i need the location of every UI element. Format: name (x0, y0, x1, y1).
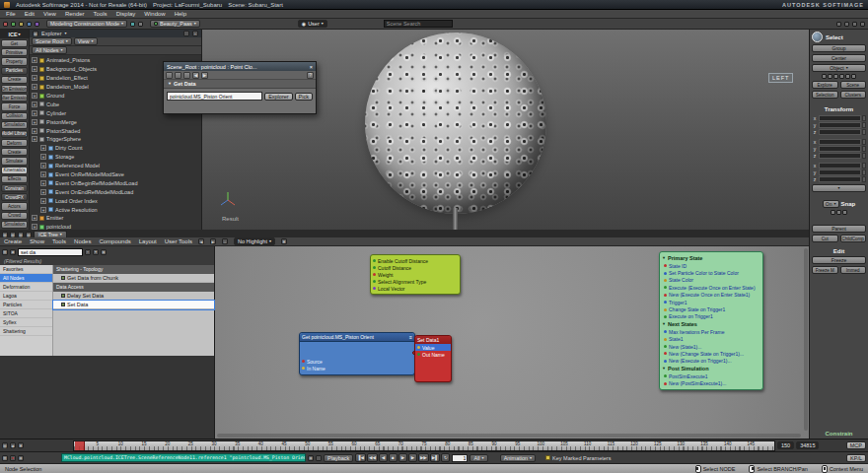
expander-icon[interactable]: + (32, 84, 37, 90)
align-port-row[interactable]: Local Vector (373, 285, 458, 292)
transform-value-field[interactable] (819, 176, 861, 182)
menu-view[interactable]: View (43, 11, 56, 17)
snap-point-icon[interactable] (831, 210, 835, 215)
ice-toolbar-header[interactable]: ICE ▾ (0, 30, 29, 38)
align-port-row[interactable]: Select Alignment Type (373, 278, 458, 285)
layout-icon[interactable]: ▦ (26, 232, 32, 237)
timeline-settings-icon[interactable]: ✱ (18, 442, 24, 448)
prev-keyframe-button[interactable]: ◀◀ (367, 453, 378, 462)
icetree-menu-nodes[interactable]: Nodes (74, 238, 91, 244)
explorer-item-emitter[interactable]: +Emitter (30, 214, 201, 223)
render-pass-dropdown[interactable]: Beauty_Paas ▾ (150, 20, 200, 28)
last-frame-button[interactable]: ▶▌ (430, 453, 441, 462)
transform-value-field[interactable] (819, 163, 861, 169)
transform-value-field[interactable] (819, 115, 861, 121)
selection-button[interactable]: Selection (812, 91, 838, 99)
back-icon[interactable]: ◀ (198, 238, 204, 244)
expander-icon[interactable]: + (32, 66, 37, 72)
toolbar-icon[interactable] (836, 22, 841, 27)
node-graph-canvas[interactable]: Enable Cutoff DistanceCutoff DistanceWei… (215, 246, 809, 439)
get-data-node[interactable]: Get pointcloud.MS_Piston Orient ≡ Source… (299, 332, 415, 375)
help-icon[interactable]: ? (307, 72, 314, 79)
transform-value-field[interactable] (819, 129, 861, 135)
nodes-tab-lagoa[interactable]: Lagoa (0, 292, 52, 301)
keyframe-icon[interactable] (183, 72, 190, 79)
toolbar-icon[interactable] (27, 22, 32, 27)
spinner-icon[interactable] (862, 129, 866, 135)
toolbar-icon[interactable] (19, 22, 24, 27)
lock-icon[interactable] (166, 72, 173, 79)
timeline-options-icon[interactable]: ▦ (2, 442, 8, 448)
transform-value-field[interactable] (819, 153, 861, 159)
align-compound-node[interactable]: Enable Cutoff DistanceCutoff DistanceWei… (370, 254, 461, 295)
ice-button-crowd[interactable]: Crowd (1, 212, 28, 220)
ice-button-model-library[interactable]: Model Library (1, 130, 28, 138)
menu-help[interactable]: Help (175, 11, 186, 17)
menu-tools[interactable]: Tools (94, 11, 108, 17)
loop-mode-icon[interactable] (316, 455, 322, 461)
frame-all-icon[interactable]: ⌂ (222, 238, 228, 244)
icetree-menu-tools[interactable]: Tools (52, 238, 66, 244)
select-header[interactable]: Select (826, 34, 843, 40)
snapshot-icon[interactable]: ◉ (18, 455, 24, 461)
transform-value-field[interactable] (819, 139, 861, 145)
ice-button-crowdfx[interactable]: CrowdFX (1, 193, 28, 201)
layout-icon[interactable]: ▦ (2, 232, 8, 237)
align-port-row[interactable]: Enable Cutoff Distance (373, 257, 458, 264)
icetree-menu-show[interactable]: Show (30, 238, 44, 244)
expander-icon[interactable]: + (32, 57, 37, 63)
toolbar-icon[interactable] (860, 22, 865, 27)
tab-mcp[interactable]: MCP (846, 441, 866, 449)
state-row-state1[interactable]: State1 (662, 336, 760, 343)
spinner-icon[interactable] (862, 153, 866, 159)
state-row-change-state-on-trigger1[interactable]: Change State on Trigger1 (662, 305, 760, 312)
node-item-set-data[interactable]: Set Data (53, 301, 214, 309)
explorer-item-event-onendrefmodelmodload[interactable]: +Event OnEndRefModelModLoad (30, 187, 201, 196)
center-button[interactable]: Center (812, 54, 866, 62)
expander-icon[interactable]: + (40, 207, 46, 213)
tab-ice-tree[interactable]: ICE Tree ▾ (34, 231, 67, 237)
key-icon[interactable] (545, 455, 550, 460)
snap-grid-icon[interactable] (842, 210, 847, 215)
explorer-item-event-onrefmodelmodsave[interactable]: +Event OnRefModelModSave (30, 170, 201, 179)
scene-button[interactable]: Scene (840, 81, 867, 89)
expander-icon[interactable]: + (32, 128, 37, 134)
prev-frame-button[interactable]: ◀ (379, 453, 388, 462)
view-dropdown[interactable]: View ▾ (74, 37, 98, 45)
nodes-tab-deformation[interactable]: Deformation (0, 283, 52, 292)
node-search-input[interactable] (18, 248, 83, 256)
get-port-row[interactable]: In Name (302, 365, 326, 372)
ice-button-primitive[interactable]: Primitive (1, 48, 28, 56)
forward-icon[interactable]: ▶ (210, 238, 216, 244)
cut-button[interactable]: Cut (812, 235, 838, 242)
freeze-button[interactable]: Freeze (812, 256, 866, 264)
childcomp-button[interactable]: ChildComp (840, 235, 867, 242)
expander-icon[interactable]: + (32, 110, 37, 116)
state-row-new-execute-on-trigger1[interactable]: New (Execute on Trigger1)... (662, 358, 760, 365)
lasso-select-icon[interactable] (828, 74, 832, 79)
align-port-row[interactable]: Weight (373, 271, 458, 278)
state-row-state-color[interactable]: State Color (662, 277, 760, 284)
menu-window[interactable]: Window (144, 11, 165, 17)
timeline-key-icon[interactable]: ◆ (10, 442, 16, 448)
set-data-node[interactable]: Set Data1 ValueOut Name (414, 335, 452, 382)
current-frame-field[interactable] (452, 454, 468, 462)
layout-icon[interactable]: ▦ (18, 232, 24, 237)
state-row-new-postsimexecute1[interactable]: New (PostSimExecute1)... (662, 379, 760, 386)
explorer-item-load-order-index[interactable]: +Load Order Index (30, 196, 201, 205)
favorites-icon[interactable]: ◆ (10, 249, 16, 255)
ice-button-constrain[interactable]: Constrain (1, 184, 28, 192)
rectangle-select-icon[interactable] (822, 74, 827, 79)
expander-icon[interactable]: + (40, 180, 46, 186)
explorer-item-storage[interactable]: +Storage (30, 153, 201, 162)
spinner-icon[interactable] (862, 115, 866, 121)
toolbar-icon[interactable] (3, 22, 8, 27)
viewport-camera-name[interactable]: LEFT (768, 73, 793, 83)
nodes-tab-all-nodes[interactable]: All Nodes (0, 274, 52, 283)
select-tool-icon[interactable] (812, 32, 823, 42)
nodes-tab-favorites[interactable]: Favorites (0, 265, 52, 274)
icetree-menu-compounds[interactable]: Compounds (99, 238, 130, 244)
ice-button-actors[interactable]: Actors (1, 202, 28, 210)
key-marked-parameters-label[interactable]: Key Marked Parameters (552, 455, 611, 461)
spinner-icon[interactable] (862, 176, 866, 182)
